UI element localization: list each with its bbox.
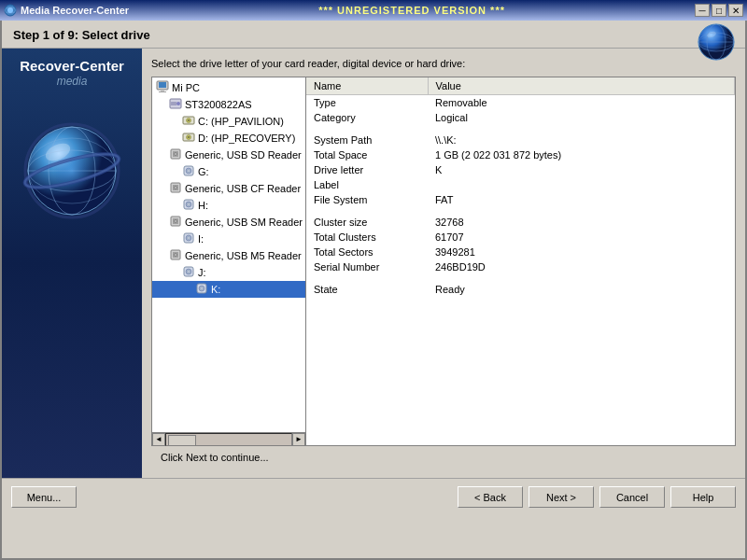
detail-value-10: 61707 <box>428 230 735 245</box>
titlebar: Media Recover-Center *** UNREGISTERED VE… <box>0 0 747 21</box>
col-name-header: Name <box>306 77 428 95</box>
detail-row-13 <box>306 274 735 282</box>
click-next-text: Click Next to continue... <box>151 446 736 469</box>
detail-value-3: \\.\K: <box>428 133 735 147</box>
detail-value-0: Removable <box>428 95 735 111</box>
detail-row-7: File SystemFAT <box>306 192 735 207</box>
detail-row-12: Serial Number246BD19D <box>306 259 735 274</box>
svg-point-57 <box>188 271 190 273</box>
detail-name-5: Drive letter <box>306 162 428 177</box>
tree-label-generic-usb-cf: Generic, USB CF Reader <box>185 183 301 194</box>
removable-icon <box>195 282 208 297</box>
tree-label-st3200822as: ST3200822AS <box>185 99 252 110</box>
detail-name-12: Serial Number <box>306 259 428 274</box>
logo-panel: Recover-Center media <box>2 49 142 478</box>
usb-icon <box>169 147 182 162</box>
header-globe <box>697 22 736 63</box>
tree-label-mi-pc: Mi PC <box>172 82 200 93</box>
usb-icon <box>169 181 182 196</box>
titlebar-unregistered: *** UNREGISTERED VERSION *** <box>318 5 505 16</box>
usb-icon <box>169 248 182 263</box>
next-button[interactable]: Next > <box>529 486 594 508</box>
detail-row-0: TypeRemovable <box>306 95 735 111</box>
svg-point-28 <box>188 119 190 121</box>
tree-item-generic-usb-sd[interactable]: Generic, USB SD Reader <box>152 147 305 163</box>
detail-value-11: 3949281 <box>428 245 735 259</box>
detail-value-1: Logical <box>428 110 735 125</box>
tree-item-i[interactable]: I: <box>152 231 305 247</box>
tree-item-h[interactable]: H: <box>152 197 305 214</box>
detail-name-3: System Path <box>306 133 428 147</box>
svg-point-48 <box>175 220 177 223</box>
svg-point-51 <box>188 237 190 239</box>
detail-value-14: Ready <box>428 282 735 297</box>
tree-item-generic-usb-m5[interactable]: Generic, USB M5 Reader <box>152 247 305 264</box>
detail-name-1: Category <box>306 110 428 125</box>
detail-row-2 <box>306 125 735 133</box>
tree-container: Mi PCST3200822ASC: (HP_PAVILION)D: (HP_R… <box>152 77 306 445</box>
tree-panel[interactable]: Mi PCST3200822ASC: (HP_PAVILION)D: (HP_R… <box>152 77 306 432</box>
maximize-button[interactable]: □ <box>712 4 726 17</box>
tree-item-d-hp-recovery[interactable]: D: (HP_RECOVERY) <box>152 130 305 147</box>
detail-row-14: StateReady <box>306 282 735 297</box>
bottom-bar: Menu... < Back Next > Cancel Help <box>2 478 745 515</box>
svg-point-60 <box>201 287 203 289</box>
cancel-button[interactable]: Cancel <box>599 486 665 508</box>
detail-row-1: CategoryLogical <box>306 110 735 125</box>
detail-row-10: Total Clusters61707 <box>306 230 735 245</box>
logo-globe-svg <box>21 119 123 222</box>
removable-icon <box>182 231 195 246</box>
hscroll-thumb[interactable] <box>168 435 196 446</box>
tree-item-generic-usb-cf[interactable]: Generic, USB CF Reader <box>152 180 305 197</box>
step-header: Step 1 of 9: Select drive <box>13 28 150 42</box>
hdd-icon <box>169 97 182 112</box>
app-title: Media Recover-Center <box>21 5 129 16</box>
details-tbody: TypeRemovableCategoryLogicalSystem Path\… <box>306 95 735 298</box>
tree-label-generic-usb-sd: Generic, USB SD Reader <box>185 149 302 161</box>
main-window: Step 1 of 9: Select drive <box>0 21 747 560</box>
hscroll-right-arrow[interactable]: ► <box>292 433 305 446</box>
detail-value-9: 32768 <box>428 215 735 230</box>
detail-name-4: Total Space <box>306 147 428 162</box>
logo-text: Recover-Center media <box>20 58 124 88</box>
logo-line2: media <box>20 75 124 88</box>
svg-point-54 <box>175 254 177 257</box>
back-button[interactable]: < Back <box>458 486 523 508</box>
tree-item-g[interactable]: G: <box>152 163 305 180</box>
tree-item-st3200822as[interactable]: ST3200822AS <box>152 96 305 113</box>
app-icon <box>4 4 17 17</box>
detail-row-6: Label <box>306 177 735 192</box>
drive-icon <box>182 131 195 146</box>
svg-point-32 <box>188 136 190 138</box>
minimize-button[interactable]: ─ <box>695 4 710 17</box>
removable-icon <box>182 164 195 179</box>
tree-item-generic-usb-sm[interactable]: Generic, USB SM Reader <box>152 214 305 231</box>
tree-item-mi-pc[interactable]: Mi PC <box>152 79 305 96</box>
globe-icon <box>697 22 736 62</box>
svg-rect-25 <box>171 102 176 105</box>
tree-hscroll[interactable]: ◄ ► <box>152 432 305 445</box>
tree-item-k[interactable]: K: <box>152 281 305 298</box>
detail-row-11: Total Sectors3949281 <box>306 245 735 259</box>
titlebar-left: Media Recover-Center <box>4 4 129 17</box>
svg-point-39 <box>188 170 190 172</box>
titlebar-buttons: ─ □ ✕ <box>695 4 743 17</box>
svg-rect-20 <box>159 82 166 88</box>
tree-item-c-hp-pavilion[interactable]: C: (HP_PAVILION) <box>152 113 305 130</box>
help-button[interactable]: Help <box>670 486 736 508</box>
tree-label-generic-usb-sm: Generic, USB SM Reader <box>185 217 303 228</box>
hscroll-left-arrow[interactable]: ◄ <box>152 433 165 446</box>
svg-point-24 <box>176 102 180 105</box>
menu-button[interactable]: Menu... <box>11 486 77 508</box>
detail-name-6: Label <box>306 177 428 192</box>
detail-name-11: Total Sectors <box>306 245 428 259</box>
logo-line1: Recover-Center <box>20 58 124 75</box>
svg-point-42 <box>175 187 177 189</box>
tree-item-j[interactable]: J: <box>152 264 305 281</box>
detail-name-10: Total Clusters <box>306 230 428 245</box>
detail-row-8 <box>306 207 735 215</box>
close-button[interactable]: ✕ <box>728 4 743 17</box>
content-area: Recover-Center media <box>2 49 745 478</box>
detail-value-6 <box>428 177 735 192</box>
svg-rect-21 <box>161 90 164 91</box>
